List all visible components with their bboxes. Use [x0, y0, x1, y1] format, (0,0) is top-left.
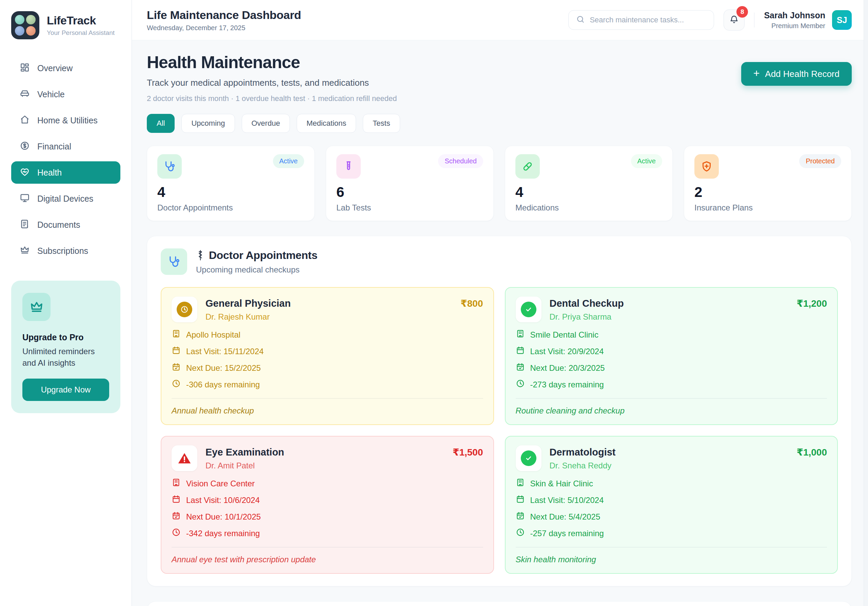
calendar-icon [516, 495, 525, 506]
hospital-icon [172, 478, 181, 489]
dashboard-title: Life Maintenance Dashboard [147, 8, 301, 22]
sidebar: LifeTrack Your Personal Assistant Overvi… [0, 0, 132, 606]
filter-tabs: All Upcoming Overdue Medications Tests [147, 114, 852, 133]
bell-icon [729, 15, 739, 25]
monitor-icon [20, 193, 30, 204]
stat-card-doctor-appointments[interactable]: Active 4 Doctor Appointments [147, 146, 315, 221]
status-badge: Active [631, 154, 662, 168]
filter-tab-all[interactable]: All [147, 114, 175, 133]
dashboard-grid-icon [20, 62, 30, 74]
stat-count: 2 [694, 184, 841, 200]
filter-tab-overdue[interactable]: Overdue [242, 114, 290, 133]
notification-count-badge: 8 [736, 6, 748, 18]
appointment-price: ₹1,500 [453, 445, 483, 458]
filter-tab-tests[interactable]: Tests [363, 114, 400, 133]
appointment-days-remaining: -273 days remaining [530, 380, 604, 390]
brand-tagline: Your Personal Assistant [47, 29, 115, 37]
sidebar-item-subscriptions[interactable]: Subscriptions [11, 240, 120, 262]
stat-label: Medications [515, 203, 662, 212]
sidebar-item-documents[interactable]: Documents [11, 213, 120, 236]
appointment-next-due: Next Due: 5/4/2025 [530, 512, 600, 522]
appointment-price: ₹1,000 [797, 445, 827, 458]
calendar-check-icon [516, 362, 525, 374]
appointment-price: ₹800 [460, 297, 483, 309]
dollar-circle-icon [20, 141, 30, 152]
stat-count: 4 [515, 184, 662, 200]
sidebar-item-label: Financial [37, 142, 71, 152]
appointment-last-visit: Last Visit: 20/9/2024 [530, 347, 604, 356]
appointment-days-remaining: -306 days remaining [186, 380, 260, 390]
appointments-grid: General Physician Dr. Rajesh Kumar ₹800 … [161, 287, 838, 574]
test-tube-icon [336, 154, 361, 179]
brand-name: LifeTrack [47, 14, 115, 27]
appointment-last-visit: Last Visit: 10/6/2024 [186, 496, 260, 505]
appointment-note: Routine cleaning and checkup [516, 406, 827, 416]
status-badge: Protected [799, 154, 841, 168]
upgrade-title: Upgrade to Pro [22, 332, 109, 342]
hospital-icon [172, 329, 181, 340]
appointment-doctor: Dr. Rajesh Kumar [206, 312, 452, 322]
calendar-icon [516, 346, 525, 357]
search-input[interactable] [590, 15, 706, 25]
appointment-card-eye-examination[interactable]: Eye Examination Dr. Amit Patel ₹1,500 Vi… [161, 436, 494, 574]
upgrade-to-pro-card: Upgrade to Pro Unlimited reminders and A… [11, 281, 120, 413]
divider [172, 398, 483, 399]
section-subtitle: Upcoming medical checkups [196, 265, 317, 275]
stat-label: Insurance Plans [694, 203, 841, 212]
crown-icon [22, 293, 51, 321]
section-title: Doctor Appointments [209, 249, 317, 262]
clock-icon [516, 528, 525, 539]
upgrade-now-button[interactable]: Upgrade Now [22, 379, 109, 401]
sidebar-item-label: Overview [37, 63, 73, 73]
sidebar-item-label: Vehicle [37, 90, 65, 99]
divider [516, 547, 827, 547]
page-summary: 2 doctor visits this month · 1 overdue h… [147, 94, 397, 103]
add-health-record-button[interactable]: + Add Health Record [741, 62, 852, 86]
home-icon [20, 114, 30, 126]
appointment-title: Dermatologist [550, 447, 789, 458]
page-title: Health Maintenance [147, 53, 397, 72]
sidebar-item-label: Digital Devices [37, 194, 93, 204]
appointment-card-general-physician[interactable]: General Physician Dr. Rajesh Kumar ₹800 … [161, 287, 494, 425]
filter-tab-upcoming[interactable]: Upcoming [181, 114, 235, 133]
calendar-check-icon [172, 511, 181, 522]
sidebar-item-label: Home & Utilities [37, 116, 98, 125]
calendar-check-icon [172, 362, 181, 374]
appointment-location: Smile Dental Clinic [530, 330, 598, 340]
stat-label: Lab Tests [336, 203, 483, 212]
sidebar-item-home-utilities[interactable]: Home & Utilities [11, 109, 120, 131]
sidebar-item-overview[interactable]: Overview [11, 57, 120, 79]
appointment-days-remaining: -257 days remaining [530, 529, 604, 538]
appointment-days-remaining: -342 days remaining [186, 529, 260, 538]
check-circle-icon [521, 450, 536, 466]
car-icon [20, 88, 30, 100]
user-menu[interactable]: Sarah Johnson Premium Member SJ [764, 10, 852, 30]
filter-tab-medications[interactable]: Medications [297, 114, 356, 133]
crown-icon [20, 245, 30, 257]
user-name: Sarah Johnson [764, 11, 825, 20]
sidebar-item-health[interactable]: Health [11, 161, 120, 184]
lifetrack-logo-icon [11, 11, 39, 39]
stat-card-insurance-plans[interactable]: Protected 2 Insurance Plans [684, 146, 852, 221]
stat-card-lab-tests[interactable]: Scheduled 6 Lab Tests [326, 146, 494, 221]
app-window: LifeTrack Your Personal Assistant Overvi… [0, 0, 868, 606]
hospital-icon [516, 478, 525, 489]
stats-row: Active 4 Doctor Appointments Scheduled 6… [147, 146, 852, 221]
sidebar-item-digital-devices[interactable]: Digital Devices [11, 187, 120, 210]
sidebar-item-financial[interactable]: Financial [11, 135, 120, 158]
sidebar-item-label: Documents [37, 220, 80, 230]
plus-icon: + [753, 67, 760, 80]
main-area: Life Maintenance Dashboard Wednesday, De… [132, 0, 868, 606]
appointment-last-visit: Last Visit: 5/10/2024 [530, 496, 604, 505]
stat-label: Doctor Appointments [157, 203, 304, 212]
appointment-note: Annual health checkup [172, 406, 483, 416]
stat-count: 6 [336, 184, 483, 200]
sidebar-item-vehicle[interactable]: Vehicle [11, 83, 120, 105]
page-scrollbar[interactable] [863, 0, 868, 606]
appointment-card-dental-checkup[interactable]: Dental Checkup Dr. Priya Sharma ₹1,200 S… [505, 287, 838, 425]
appointment-next-due: Next Due: 20/3/2025 [530, 363, 605, 373]
appointment-card-dermatologist[interactable]: Dermatologist Dr. Sneha Reddy ₹1,000 Ski… [505, 436, 838, 574]
upgrade-description: Unlimited reminders and AI insights [22, 346, 109, 368]
stat-card-medications[interactable]: Active 4 Medications [505, 146, 673, 221]
avatar: SJ [832, 10, 852, 30]
